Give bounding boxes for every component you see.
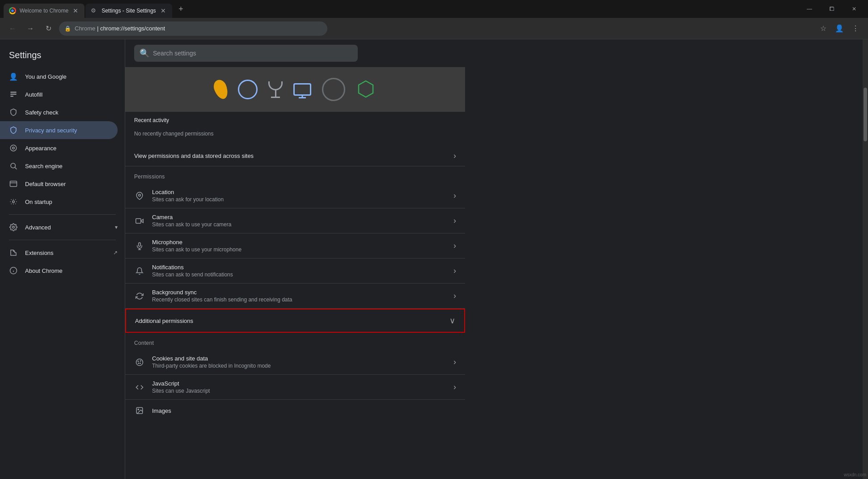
account-button[interactable]: 👤 [832, 21, 847, 36]
menu-button[interactable]: ⋮ [848, 21, 863, 36]
content-row-images[interactable]: Images [125, 400, 465, 421]
sidebar-label-on-startup: On startup [25, 199, 110, 205]
additional-permissions-row[interactable]: Additional permissions ∨ [125, 309, 465, 333]
camera-icon [134, 216, 145, 226]
search-bar: 🔍 [125, 39, 465, 67]
sidebar-item-default-browser[interactable]: Default browser [0, 175, 118, 193]
svg-rect-16 [136, 218, 141, 223]
recent-activity-section: Recent activity No recently changed perm… [125, 112, 465, 146]
notifications-title: Notifications [152, 264, 446, 271]
sidebar-item-extensions[interactable]: Extensions ↗ [0, 244, 125, 262]
content-area: 🔍 [125, 39, 863, 479]
recent-activity-title: Recent activity [134, 117, 456, 123]
svg-rect-7 [10, 181, 17, 187]
microphone-text: Microphone Sites can ask to use your mic… [152, 239, 446, 253]
permissions-row-background-sync[interactable]: Background sync Recently closed sites ca… [125, 284, 465, 309]
back-button[interactable]: ← [5, 21, 20, 36]
sidebar-label-safety-check: Safety check [25, 109, 110, 116]
sidebar-item-advanced[interactable]: Advanced ▾ [0, 218, 125, 236]
sidebar-label-advanced: Advanced [25, 224, 108, 231]
external-link-icon: ↗ [113, 250, 118, 256]
url-scheme: Chrome [75, 25, 95, 32]
cookies-arrow: › [453, 357, 456, 367]
new-tab-button[interactable]: + [175, 3, 187, 15]
sidebar-label-about: About Chrome [25, 267, 110, 274]
view-permissions-row[interactable]: View permissions and data stored across … [125, 146, 465, 166]
svg-rect-2 [10, 96, 13, 97]
cookies-title: Cookies and site data [152, 355, 446, 362]
javascript-text: JavaScript Sites can use Javascript [152, 380, 446, 394]
forward-button[interactable]: → [23, 21, 38, 36]
svg-point-3 [10, 145, 17, 151]
permissions-row-location[interactable]: Location Sites can ask for your location… [125, 183, 465, 208]
sidebar: Settings 👤 You and Google Autofill Safet… [0, 39, 125, 479]
permissions-section-title: Permissions [125, 166, 465, 183]
scrollbar-track[interactable] [863, 39, 868, 479]
browser-icon [9, 179, 18, 188]
location-arrow: › [453, 191, 456, 200]
svg-point-21 [138, 361, 139, 362]
tab-settings[interactable]: ⚙ Settings - Site Settings ✕ [85, 4, 172, 18]
tab-close-welcome[interactable]: ✕ [72, 7, 79, 14]
close-button[interactable]: ✕ [844, 2, 864, 16]
permissions-row-notifications[interactable]: Notifications Sites can ask to send noti… [125, 259, 465, 284]
settings-tab-icon: ⚙ [91, 7, 98, 14]
microphone-title: Microphone [152, 239, 446, 246]
search-input[interactable] [153, 50, 352, 57]
reload-button[interactable]: ↻ [41, 21, 55, 36]
notifications-subtitle: Sites can ask to send notifications [152, 271, 446, 278]
permissions-row-camera[interactable]: Camera Sites can ask to use your camera … [125, 208, 465, 233]
tab-bar-actions: — ⧠ ✕ [799, 2, 864, 16]
sidebar-label-appearance: Appearance [25, 145, 110, 152]
sidebar-item-you-google[interactable]: 👤 You and Google [0, 68, 118, 85]
microphone-arrow: › [453, 241, 456, 250]
url-separator: | [97, 25, 100, 32]
maximize-button[interactable]: ⧠ [821, 2, 842, 16]
search-magnifier-icon: 🔍 [140, 48, 149, 58]
sidebar-label-search-engine: Search engine [25, 163, 110, 170]
sidebar-item-appearance[interactable]: Appearance [0, 139, 118, 157]
sidebar-label-you-google: You and Google [25, 73, 110, 80]
sidebar-item-about-chrome[interactable]: About Chrome [0, 262, 118, 280]
svg-rect-17 [139, 242, 141, 246]
sidebar-item-on-startup[interactable]: On startup [0, 193, 118, 211]
content-row-javascript[interactable]: JavaScript Sites can use Javascript › [125, 375, 465, 400]
url-bar[interactable]: 🔒 Chrome | chrome://settings/content [59, 21, 327, 36]
background-sync-title: Background sync [152, 289, 446, 296]
scrollbar-thumb[interactable] [864, 88, 867, 141]
notifications-text: Notifications Sites can ask to send noti… [152, 264, 446, 278]
shield-blue-icon [9, 126, 18, 135]
notification-icon [134, 266, 145, 276]
tab-welcome-chrome[interactable]: Welcome to Chrome ✕ [4, 4, 85, 18]
permissions-row-microphone[interactable]: Microphone Sites can ask to use your mic… [125, 233, 465, 259]
notifications-arrow: › [453, 266, 456, 276]
camera-arrow: › [453, 216, 456, 225]
bookmark-button[interactable]: ☆ [816, 21, 830, 36]
additional-permissions-label: Additional permissions [135, 318, 449, 324]
autofill-icon [9, 90, 18, 99]
minimize-button[interactable]: — [799, 2, 820, 16]
svg-point-9 [13, 201, 15, 203]
sidebar-item-privacy-security[interactable]: Privacy and security [0, 121, 118, 139]
location-text: Location Sites can ask for your location [152, 189, 446, 203]
svg-rect-0 [10, 92, 17, 93]
sidebar-item-autofill[interactable]: Autofill [0, 85, 118, 103]
svg-point-4 [13, 147, 15, 149]
sidebar-item-safety-check[interactable]: Safety check [0, 103, 118, 121]
advanced-icon [9, 223, 18, 232]
sidebar-divider [9, 214, 116, 215]
svg-point-26 [138, 409, 139, 410]
banner-shapes [215, 78, 376, 101]
javascript-subtitle: Sites can use Javascript [152, 388, 446, 394]
sidebar-item-search-engine[interactable]: Search engine [0, 157, 118, 175]
svg-marker-14 [359, 81, 373, 97]
tab-close-settings[interactable]: ✕ [160, 7, 167, 14]
camera-title: Camera [152, 214, 446, 220]
cookies-subtitle: Third-party cookies are blocked in Incog… [152, 363, 446, 369]
sidebar-label-extensions: Extensions [25, 250, 106, 256]
banner-shape-circle [238, 80, 258, 99]
images-text: Images [152, 407, 456, 414]
search-input-wrap[interactable]: 🔍 [134, 45, 358, 62]
content-row-cookies[interactable]: Cookies and site data Third-party cookie… [125, 350, 465, 375]
url-text: Chrome | chrome://settings/content [75, 25, 165, 32]
